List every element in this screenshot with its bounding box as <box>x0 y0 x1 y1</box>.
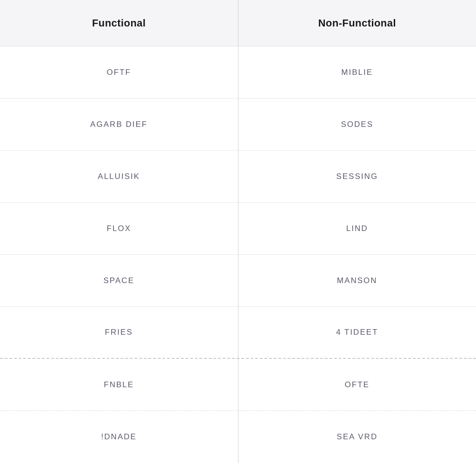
non-functional-cell: LIND <box>238 203 476 254</box>
table-row: AGARB DIEFSODES <box>0 99 476 151</box>
page-container: Functional Non-Functional OFTFMIBLIEAGAR… <box>0 0 476 463</box>
non-functional-header-label: Non-Functional <box>318 17 396 29</box>
section-a: OFTFMIBLIEAGARB DIEFSODESALLUISIKSESSING… <box>0 46 476 359</box>
table-row: ALLUISIKSESSING <box>0 151 476 203</box>
functional-cell: ALLUISIK <box>0 151 238 202</box>
functional-cell: FRIES <box>0 307 238 358</box>
table-row: FRIES4 TIDEET <box>0 307 476 359</box>
table-row: OFTFMIBLIE <box>0 46 476 99</box>
functional-cell: AGARB DIEF <box>0 99 238 150</box>
non-functional-cell: OFTE <box>238 359 476 410</box>
functional-cell: !DNADE <box>0 411 238 463</box>
functional-cell: FNBLE <box>0 359 238 410</box>
non-functional-cell: MIBLIE <box>238 46 476 98</box>
table-row: FLOXLIND <box>0 203 476 255</box>
non-functional-header: Non-Functional <box>238 0 476 46</box>
table-row: FNBLEOFTE <box>0 359 476 411</box>
section-b: FNBLEOFTE!DNADESEA VRD <box>0 359 476 463</box>
table-header: Functional Non-Functional <box>0 0 476 46</box>
functional-cell: OFTF <box>0 46 238 98</box>
functional-cell: FLOX <box>0 203 238 254</box>
table-row: !DNADESEA VRD <box>0 411 476 463</box>
functional-header-label: Functional <box>92 17 146 29</box>
functional-cell: SPACE <box>0 255 238 306</box>
functional-header: Functional <box>0 0 238 46</box>
non-functional-cell: SESSING <box>238 151 476 202</box>
non-functional-cell: SODES <box>238 99 476 150</box>
non-functional-cell: 4 TIDEET <box>238 307 476 358</box>
table-row: SPACEMANSON <box>0 255 476 307</box>
non-functional-cell: MANSON <box>238 255 476 306</box>
non-functional-cell: SEA VRD <box>238 411 476 463</box>
